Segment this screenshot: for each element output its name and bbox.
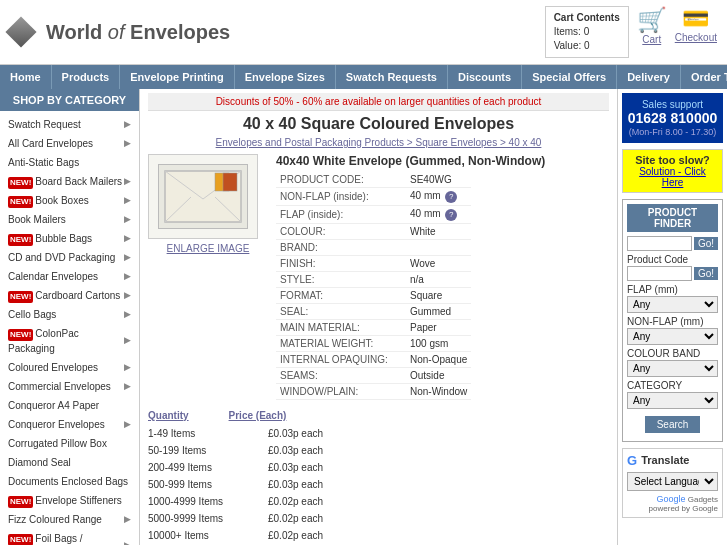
logo-diamond-icon [5, 16, 36, 47]
sidebar-item-documents[interactable]: Documents Enclosed Bags [0, 472, 139, 491]
sidebar-item-label: NEW!Foil Bags / Envelopes [8, 531, 124, 545]
product-area: ENLARGE IMAGE 40x40 White Envelope (Gumm… [148, 154, 609, 400]
sidebar-item-foil-bags[interactable]: NEW!Foil Bags / Envelopes ▶ [0, 529, 139, 545]
main-layout: SHOP BY CATEGORY Swatch Request ▶ All Ca… [0, 89, 727, 545]
pricing-price: £0.03p each [268, 459, 323, 476]
cart-link[interactable]: Cart [642, 34, 661, 45]
sidebar-item-cello-bags[interactable]: Cello Bags ▶ [0, 305, 139, 324]
nav-envelope-sizes[interactable]: Envelope Sizes [235, 65, 336, 89]
pricing-qty: 10000+ Items [148, 527, 228, 544]
sidebar-item-fizz[interactable]: Fizz Coloured Range ▶ [0, 510, 139, 529]
sidebar-item-conqueror-env[interactable]: Conqueror Envelopes ▶ [0, 415, 139, 434]
product-image [148, 154, 258, 239]
table-row: BRAND: [276, 240, 471, 256]
language-select[interactable]: Select Language [627, 472, 718, 491]
pricing-row-2: 50-199 Items £0.03p each [148, 442, 609, 459]
product-title: 40x40 White Envelope (Gummed, Non-Window… [276, 154, 545, 168]
nav-envelope-printing[interactable]: Envelope Printing [120, 65, 235, 89]
table-row: MATERIAL WEIGHT: 100 gsm [276, 336, 471, 352]
product-specs-table: PRODUCT CODE: SE40WG NON-FLAP (inside): … [276, 172, 471, 400]
colour-band-select[interactable]: Any [627, 360, 718, 377]
sales-support-label: Sales support [626, 99, 719, 110]
checkout-link[interactable]: Checkout [675, 32, 717, 43]
field-label: BRAND: [276, 240, 406, 256]
field-value: 40 mm ? [406, 188, 471, 206]
sidebar-item-coloured[interactable]: Coloured Envelopes ▶ [0, 358, 139, 377]
flap-select[interactable]: Any [627, 296, 718, 313]
field-label: STYLE: [276, 272, 406, 288]
sidebar-item-label: Anti-Static Bags [8, 155, 79, 170]
arrow-icon: ▶ [124, 251, 131, 265]
sidebar-item-cardboard-cartons[interactable]: NEW!Cardboard Cartons ▶ [0, 286, 139, 305]
sidebar-item-label: Swatch Request [8, 117, 81, 132]
pricing-qty: 5000-9999 Items [148, 510, 228, 527]
sidebar-item-all-card[interactable]: All Card Envelopes ▶ [0, 134, 139, 153]
sidebar-item-corrugated[interactable]: Corrugated Pillow Box [0, 434, 139, 453]
product-code-input[interactable] [627, 266, 692, 281]
sidebar-item-swatch-request[interactable]: Swatch Request ▶ [0, 115, 139, 134]
field-value: Paper [406, 320, 471, 336]
nav-special-offers[interactable]: Special Offers [522, 65, 617, 89]
enlarge-image-link[interactable]: ENLARGE IMAGE [148, 243, 268, 254]
sidebar-item-label: Documents Enclosed Bags [8, 474, 128, 489]
field-label: FINISH: [276, 256, 406, 272]
pricing-row-3: 200-499 Items £0.03p each [148, 459, 609, 476]
field-value: Square [406, 288, 471, 304]
nav-products[interactable]: Products [52, 65, 121, 89]
logo: World of Envelopes [10, 21, 230, 44]
nav-swatch-requests[interactable]: Swatch Requests [336, 65, 448, 89]
product-image-inner [158, 164, 248, 229]
help-icon[interactable]: ? [445, 191, 457, 203]
nav-order-tracking[interactable]: Order Tracking [681, 65, 727, 89]
cart-contents-label: Cart Contents [554, 11, 620, 25]
center-content: Discounts of 50% - 60% are available on … [140, 89, 617, 545]
table-row: STYLE: n/a [276, 272, 471, 288]
sidebar-item-commercial[interactable]: Commercial Envelopes ▶ [0, 377, 139, 396]
category-select[interactable]: Any [627, 392, 718, 409]
sidebar-item-bubble-bags[interactable]: NEW!Bubble Bags ▶ [0, 229, 139, 248]
sidebar-item-label: Fizz Coloured Range [8, 512, 102, 527]
sidebar-item-label: Conqueror A4 Paper [8, 398, 99, 413]
sidebar-item-envelope-stiffeners[interactable]: NEW!Envelope Stiffeners [0, 491, 139, 510]
quick-search-go-button[interactable]: Go! [694, 237, 718, 250]
pricing-row-4: 500-999 Items £0.03p each [148, 476, 609, 493]
search-button[interactable]: Search [645, 416, 701, 433]
table-row: MAIN MATERIAL: Paper [276, 320, 471, 336]
checkout-icon: 💳 [682, 6, 709, 32]
sidebar-item-label: Commercial Envelopes [8, 379, 111, 394]
nav-delivery[interactable]: Delivery [617, 65, 681, 89]
cart-icon-area: 🛒 Cart [637, 6, 667, 45]
sidebar-item-calendar[interactable]: Calendar Envelopes ▶ [0, 267, 139, 286]
google-translate-box: G Translate Select Language Google Gadge… [622, 448, 723, 518]
sidebar-item-diamond-seal[interactable]: Diamond Seal [0, 453, 139, 472]
breadcrumb-link[interactable]: Envelopes and Postal Packaging Products … [216, 137, 542, 148]
colour-band-label: COLOUR BAND [627, 348, 718, 359]
sidebar-item-book-boxes[interactable]: NEW!Book Boxes ▶ [0, 191, 139, 210]
product-code-go-button[interactable]: Go! [694, 267, 718, 280]
nonflap-select[interactable]: Any [627, 328, 718, 345]
sidebar-item-label: NEW!Book Boxes [8, 193, 89, 208]
field-label: FORMAT: [276, 288, 406, 304]
sidebar-item-colonpac[interactable]: NEW!ColonPac Packaging ▶ [0, 324, 139, 358]
pricing-price: £0.02p each [268, 510, 323, 527]
sidebar-item-cd-dvd[interactable]: CD and DVD Packaging ▶ [0, 248, 139, 267]
nav-home[interactable]: Home [0, 65, 52, 89]
help-icon[interactable]: ? [445, 209, 457, 221]
table-row: FLAP (inside): 40 mm ? [276, 206, 471, 224]
arrow-icon: ▶ [124, 270, 131, 284]
price-header: Price (Each) [229, 410, 287, 421]
pricing-price: £0.03p each [268, 476, 323, 493]
arrow-icon: ▶ [124, 289, 131, 303]
pricing-section: Quantity Price (Each) 1-49 Items £0.03p … [148, 410, 609, 545]
quick-search-input[interactable] [627, 236, 692, 251]
sidebar-item-book-mailers[interactable]: Book Mailers ▶ [0, 210, 139, 229]
field-value: SE40WG [406, 172, 471, 188]
pricing-row-1: 1-49 Items £0.03p each [148, 425, 609, 442]
nav-discounts[interactable]: Discounts [448, 65, 522, 89]
slow-solution-link[interactable]: Solution - Click Here [639, 166, 706, 188]
sidebar-item-label: NEW!Envelope Stiffeners [8, 493, 122, 508]
sidebar-item-conqueror-a4[interactable]: Conqueror A4 Paper [0, 396, 139, 415]
sidebar-item-board-back[interactable]: NEW!Board Back Mailers ▶ [0, 172, 139, 191]
sidebar-item-anti-static[interactable]: Anti-Static Bags [0, 153, 139, 172]
arrow-icon: ▶ [124, 334, 131, 348]
